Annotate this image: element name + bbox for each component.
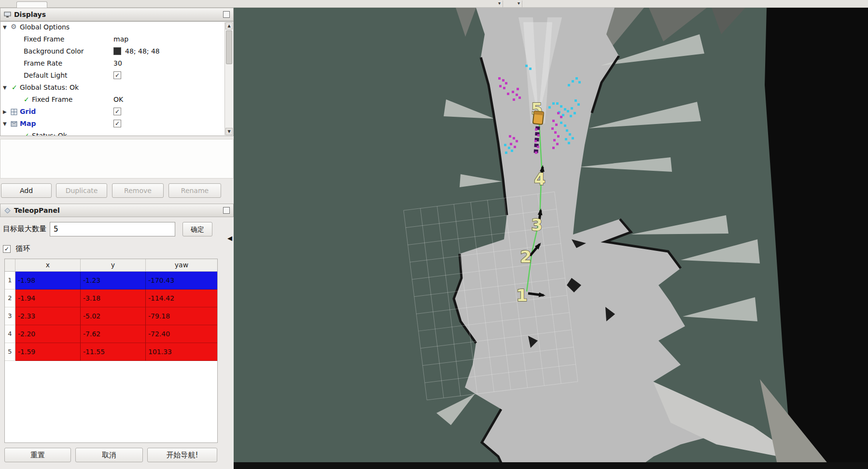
cell-y[interactable]: -7.62 [81, 325, 146, 343]
background-color-value[interactable]: 48; 48; 48 [125, 47, 160, 55]
cell-y[interactable]: -11.55 [81, 343, 146, 361]
tree-label-global-options[interactable]: Global Options [20, 23, 70, 31]
rename-button[interactable]: Rename [168, 183, 221, 198]
viewport-bottom-strip [234, 462, 868, 469]
scroll-up-icon[interactable]: ▲ [225, 22, 233, 29]
duplicate-button[interactable]: Duplicate [56, 183, 107, 198]
tree-label-status-fixed-frame[interactable]: Fixed Frame [32, 96, 72, 103]
column-header-y[interactable]: y [81, 259, 146, 271]
row-number[interactable]: 3 [5, 307, 15, 325]
row-number[interactable]: 4 [5, 325, 15, 343]
cell-yaw[interactable]: -170.43 [146, 272, 217, 290]
panel-float-button[interactable] [223, 207, 230, 214]
map-canvas: 1 2 3 4 5 [234, 8, 868, 469]
cell-x[interactable]: -1.59 [15, 343, 81, 361]
waypoint-table[interactable]: x y yaw 1 -1.98 -1.23 -170.43 2 -1.94 -3… [4, 259, 218, 443]
displays-panel-title: Displays [14, 11, 46, 18]
rviz-window: ▾ ▾ Displays ▼ ⚙ Global Options Fixed Fr… [0, 0, 868, 469]
row-number[interactable]: 5 [5, 343, 15, 361]
loop-checkbox-label[interactable]: 循环 [15, 244, 30, 253]
splitter-collapse-icon[interactable]: ◀ [227, 234, 232, 242]
tree-label-global-status[interactable]: Global Status: Ok [20, 83, 79, 91]
table-row[interactable]: 2 -1.94 -3.18 -114.42 [5, 290, 217, 307]
left-dock-panel: Displays ▼ ⚙ Global Options Fixed Frame … [0, 8, 234, 469]
remove-button[interactable]: Remove [112, 183, 164, 198]
tree-label-grid[interactable]: Grid [20, 108, 36, 115]
start-navigation-button[interactable]: 开始导航! [147, 448, 217, 462]
table-row[interactable]: 1 -1.98 -1.23 -170.43 [5, 272, 217, 290]
row-number[interactable]: 2 [5, 290, 15, 307]
collapse-triangle-icon[interactable]: ▶ [3, 109, 7, 114]
cell-yaw[interactable]: -114.42 [146, 290, 217, 307]
tree-label-frame-rate[interactable]: Frame Rate [24, 59, 62, 67]
cell-y[interactable]: -3.18 [81, 290, 146, 307]
tree-label-default-light[interactable]: Default Light [24, 71, 68, 79]
expand-triangle-icon[interactable]: ▼ [3, 85, 7, 90]
reset-button[interactable]: 重置 [4, 448, 71, 462]
table-row[interactable]: 5 -1.59 -11.55 101.33 [5, 343, 217, 361]
row-number[interactable]: 1 [5, 272, 15, 290]
tree-label-map-status[interactable]: Status: Ok [32, 132, 67, 136]
tree-row-map[interactable]: ▼ Map ✓ [0, 118, 213, 130]
waypoint-table-header: x y yaw [5, 259, 217, 272]
map-checkbox[interactable]: ✓ [113, 120, 121, 127]
grid-display-icon [11, 109, 17, 115]
tree-label-background-color[interactable]: Background Color [24, 47, 84, 55]
loop-checkbox[interactable]: ✓ [3, 245, 11, 253]
cell-x[interactable]: -2.33 [15, 307, 81, 325]
cell-y[interactable]: -5.02 [81, 307, 146, 325]
expand-triangle-icon[interactable]: ▼ [3, 25, 7, 30]
map-3d-viewport[interactable]: 1 2 3 4 5 [234, 8, 868, 469]
teleop-panel-title: TeleopPanel [14, 207, 60, 214]
goal-count-row: 目标最大数量 确定 [0, 222, 234, 236]
frame-rate-value[interactable]: 30 [113, 59, 122, 67]
description-area [0, 139, 234, 179]
tree-row-global-options[interactable]: ▼ ⚙ Global Options [0, 22, 213, 34]
map-display-icon [11, 121, 17, 127]
toolbar-dropdown-2[interactable]: ▾ [508, 0, 522, 7]
cell-yaw[interactable]: -72.40 [146, 325, 217, 343]
displays-tree[interactable]: ▼ ⚙ Global Options Fixed Frame map Backg… [0, 21, 234, 136]
waypoint-label-2: 2 [520, 247, 532, 266]
tree-row-grid[interactable]: ▶ Grid ✓ [0, 106, 213, 118]
tree-row-frame-rate[interactable]: Frame Rate 30 [0, 58, 213, 70]
tree-label-fixed-frame[interactable]: Fixed Frame [24, 35, 64, 43]
scroll-down-icon[interactable]: ▼ [225, 128, 233, 135]
cell-x[interactable]: -1.94 [15, 290, 81, 307]
tree-row-status-fixed-frame[interactable]: ✓ Fixed Frame OK [0, 94, 213, 106]
tree-row-background-color[interactable]: Background Color 48; 48; 48 [0, 46, 213, 58]
status-fixed-frame-value: OK [113, 96, 123, 103]
table-row[interactable]: 3 -2.33 -5.02 -79.18 [5, 307, 217, 325]
cell-y[interactable]: -1.23 [81, 272, 146, 290]
teleop-buttons-row: 重置 取消 开始导航! [0, 448, 234, 463]
toolbar-dropdown-1[interactable]: ▾ [489, 0, 503, 7]
table-row[interactable]: 4 -2.20 -7.62 -72.40 [5, 325, 217, 343]
cell-x[interactable]: -1.98 [15, 272, 81, 290]
column-header-yaw[interactable]: yaw [146, 259, 217, 271]
tab-fragment[interactable] [16, 1, 47, 8]
tree-row-map-status-partial[interactable]: ✓ Status: Ok [0, 130, 213, 136]
goal-count-input[interactable] [50, 222, 175, 236]
add-button[interactable]: Add [1, 183, 52, 198]
tree-row-global-status[interactable]: ▼ ✓ Global Status: Ok [0, 82, 213, 94]
cancel-button[interactable]: 取消 [75, 448, 143, 462]
grid-checkbox[interactable]: ✓ [113, 108, 121, 115]
scrollbar-thumb[interactable] [226, 30, 232, 64]
panel-float-button[interactable] [223, 11, 230, 18]
default-light-checkbox[interactable]: ✓ [113, 71, 121, 79]
expand-triangle-icon[interactable]: ▼ [3, 121, 7, 126]
display-buttons-row: Add Duplicate Remove Rename [0, 183, 234, 198]
cell-x[interactable]: -2.20 [15, 325, 81, 343]
teleop-panel-header[interactable]: TeleopPanel [0, 204, 234, 217]
tree-scrollbar[interactable]: ▲ ▼ [224, 22, 233, 135]
confirm-button[interactable]: 确定 [182, 222, 212, 236]
cell-yaw[interactable]: 101.33 [146, 343, 217, 361]
color-swatch[interactable] [113, 47, 121, 55]
cell-yaw[interactable]: -79.18 [146, 307, 217, 325]
column-header-x[interactable]: x [15, 259, 81, 271]
tree-row-default-light[interactable]: Default Light ✓ [0, 70, 213, 82]
displays-panel-header[interactable]: Displays [0, 8, 234, 21]
fixed-frame-value[interactable]: map [113, 35, 128, 43]
tree-label-map[interactable]: Map [20, 120, 36, 127]
tree-row-fixed-frame[interactable]: Fixed Frame map [0, 34, 213, 46]
